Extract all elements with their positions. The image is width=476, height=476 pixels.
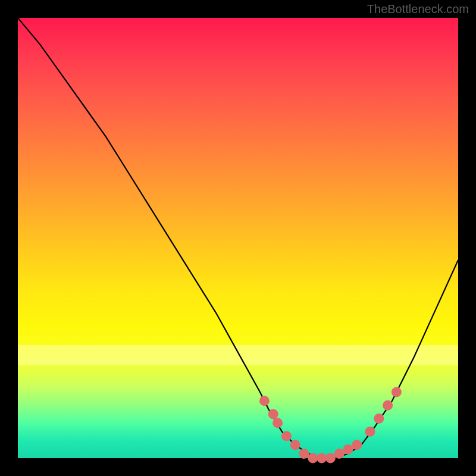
marker-dot [392,387,402,397]
marker-dot [325,453,336,464]
marker-dot [290,440,300,450]
attribution-text: TheBottleneck.com [367,2,469,16]
marker-dot [299,449,309,459]
marker-dot [268,409,278,419]
bottleneck-chart [18,18,458,458]
marker-dot [374,414,384,424]
marker-dot [383,400,393,411]
marker-dot [317,453,327,464]
marker-dot [343,444,353,455]
marker-dot [365,427,375,437]
marker-dots [259,387,402,464]
marker-dot [281,431,292,441]
marker-dot [273,418,283,428]
marker-dot [308,453,318,464]
marker-dot [334,449,345,459]
marker-dot [259,396,270,406]
marker-dot [352,440,362,450]
